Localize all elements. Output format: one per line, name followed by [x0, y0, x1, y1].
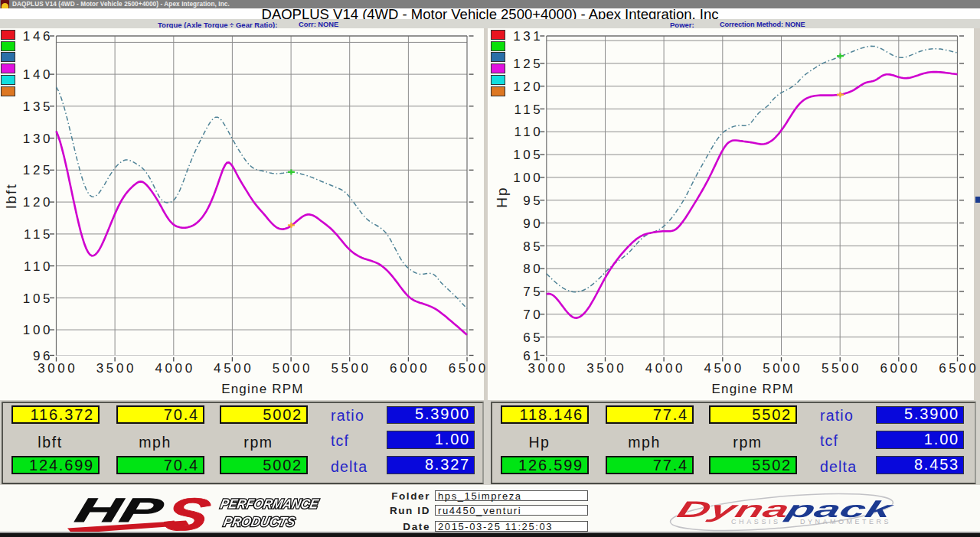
- svg-text:95: 95: [523, 194, 543, 208]
- svg-text:4000: 4000: [645, 361, 685, 376]
- svg-text:Hp: Hp: [494, 186, 510, 207]
- svg-text:65: 65: [523, 330, 543, 345]
- svg-text:lbft: lbft: [3, 183, 19, 208]
- svg-text:125: 125: [23, 163, 53, 177]
- svg-text:120: 120: [23, 195, 53, 210]
- svg-text:131: 131: [513, 29, 543, 44]
- svg-text:70: 70: [523, 308, 543, 322]
- svg-text:4500: 4500: [214, 361, 253, 376]
- svg-text:5000: 5000: [763, 361, 802, 376]
- svg-text:3500: 3500: [586, 361, 626, 376]
- svg-text:6500: 6500: [449, 361, 488, 376]
- svg-text:5500: 5500: [822, 361, 861, 376]
- svg-text:115: 115: [514, 103, 543, 117]
- svg-text:130: 130: [23, 132, 53, 146]
- svg-text:100: 100: [513, 171, 543, 185]
- svg-text:120: 120: [513, 80, 543, 94]
- svg-text:100: 100: [23, 323, 53, 337]
- svg-text:4500: 4500: [704, 361, 743, 376]
- svg-text:3000: 3000: [528, 361, 567, 376]
- svg-text:Engine RPM: Engine RPM: [221, 382, 303, 396]
- svg-text:110: 110: [514, 125, 543, 139]
- svg-text:85: 85: [523, 239, 543, 254]
- svg-text:5500: 5500: [331, 361, 371, 376]
- svg-text:5000: 5000: [273, 361, 312, 376]
- svg-text:110: 110: [24, 259, 53, 274]
- svg-text:140: 140: [23, 67, 53, 82]
- svg-text:CHASSIS: CHASSIS: [731, 518, 781, 526]
- svg-text:115: 115: [24, 227, 53, 242]
- svg-text:75: 75: [523, 285, 543, 299]
- svg-text:80: 80: [523, 262, 543, 276]
- svg-text:146: 146: [23, 29, 53, 44]
- svg-text:3000: 3000: [38, 361, 77, 376]
- svg-text:125: 125: [513, 57, 543, 71]
- svg-text:6000: 6000: [390, 361, 430, 376]
- svg-text:4000: 4000: [155, 361, 194, 376]
- svg-text:135: 135: [23, 99, 53, 114]
- svg-text:105: 105: [513, 148, 543, 162]
- svg-text:3500: 3500: [96, 361, 136, 376]
- svg-text:6000: 6000: [880, 361, 920, 376]
- svg-text:Engine RPM: Engine RPM: [711, 382, 793, 396]
- svg-text:6500: 6500: [939, 361, 978, 376]
- svg-text:90: 90: [523, 216, 543, 231]
- svg-text:DYNAMOMETERS: DYNAMOMETERS: [800, 518, 891, 526]
- svg-text:105: 105: [23, 291, 53, 306]
